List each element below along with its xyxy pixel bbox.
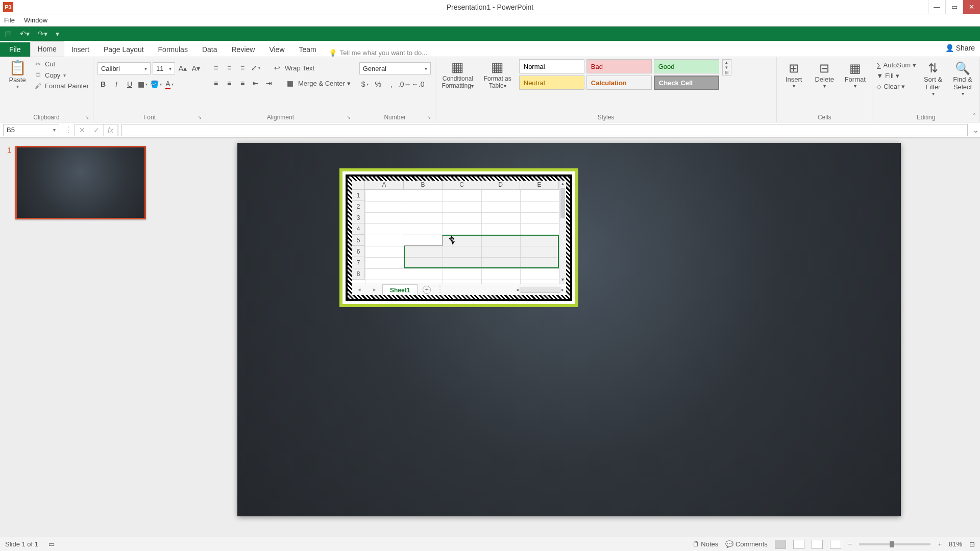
- sheet-nav-next-icon[interactable]: ▸: [367, 286, 382, 293]
- minimize-button[interactable]: —: [928, 0, 945, 14]
- new-sheet-icon[interactable]: +: [423, 286, 431, 294]
- tab-page-layout[interactable]: Page Layout: [96, 42, 151, 57]
- number-format-combo[interactable]: General▾: [359, 62, 431, 74]
- underline-button[interactable]: U: [124, 79, 135, 90]
- row-header-3[interactable]: 3: [352, 212, 365, 223]
- expand-formula-bar-icon[interactable]: ⌄: [971, 125, 980, 135]
- style-check-cell[interactable]: Check Cell: [654, 76, 719, 90]
- sheet-tab-active[interactable]: Sheet1: [382, 284, 418, 295]
- style-normal[interactable]: Normal: [519, 59, 584, 73]
- cells-grid[interactable]: [365, 190, 559, 284]
- italic-button[interactable]: I: [111, 79, 122, 90]
- cancel-formula-icon[interactable]: ✕: [75, 124, 89, 136]
- save-icon[interactable]: ▤: [5, 30, 12, 38]
- tab-data[interactable]: Data: [195, 42, 225, 57]
- notes-button[interactable]: 🗒 Notes: [693, 540, 719, 548]
- slide-canvas[interactable]: A B C D E 1 2 3 4 5: [237, 143, 901, 516]
- conditional-formatting-button[interactable]: ▦Conditional Formatting▾: [439, 59, 476, 89]
- menu-window[interactable]: Window: [24, 16, 47, 24]
- cut-button[interactable]: ✂Cut: [34, 60, 89, 68]
- embedded-excel-object[interactable]: A B C D E 1 2 3 4 5: [339, 168, 578, 307]
- col-header-e[interactable]: E: [520, 181, 559, 190]
- increase-font-icon[interactable]: A▴: [177, 63, 188, 74]
- find-select-button[interactable]: 🔍Find & Select▾: [950, 61, 975, 113]
- orientation-icon[interactable]: ⤢: [250, 62, 261, 73]
- row-header-7[interactable]: 7: [352, 257, 365, 268]
- increase-indent-icon[interactable]: ⇥: [263, 78, 275, 89]
- scroll-down-icon[interactable]: ▾: [559, 277, 566, 284]
- row-header-8[interactable]: 8: [352, 268, 365, 280]
- collapse-ribbon-icon[interactable]: ˄: [973, 113, 976, 120]
- decrease-indent-icon[interactable]: ⇤: [250, 78, 261, 89]
- insert-cells-button[interactable]: ⊞Insert▾: [781, 61, 806, 113]
- fill-color-button[interactable]: 🪣: [151, 79, 162, 90]
- style-calculation[interactable]: Calculation: [586, 76, 652, 90]
- paste-button[interactable]: 📋 Paste ▾: [4, 59, 31, 89]
- zoom-out-icon[interactable]: −: [848, 540, 852, 548]
- sheet-nav-prev-icon[interactable]: ◂: [352, 286, 367, 293]
- clear-button[interactable]: ◇Clear ▾: [876, 83, 916, 90]
- increase-decimal-icon[interactable]: .0→: [399, 79, 410, 90]
- delete-cells-button[interactable]: ⊟Delete▾: [812, 61, 837, 113]
- accounting-format-icon[interactable]: $: [359, 79, 371, 90]
- vertical-scrollbar[interactable]: ▴ ▾: [559, 181, 566, 284]
- number-launcher-icon[interactable]: ↘: [427, 114, 431, 120]
- close-button[interactable]: ✕: [963, 0, 980, 14]
- style-neutral[interactable]: Neutral: [519, 76, 584, 90]
- select-all-corner[interactable]: [352, 181, 365, 190]
- menu-file[interactable]: File: [4, 16, 15, 24]
- slideshow-view-icon[interactable]: [830, 540, 841, 549]
- tab-formulas[interactable]: Formulas: [151, 42, 195, 57]
- tab-file[interactable]: File: [0, 42, 30, 57]
- font-size-combo[interactable]: 11▾: [153, 62, 175, 74]
- fit-to-window-icon[interactable]: ⊡: [969, 540, 975, 548]
- comments-button[interactable]: 💬 Comments: [725, 540, 767, 548]
- undo-icon[interactable]: ↶▾: [20, 30, 30, 38]
- hscroll-right-icon[interactable]: ▸: [561, 287, 564, 292]
- decrease-decimal-icon[interactable]: ←.0: [412, 79, 424, 90]
- name-box[interactable]: B5▾: [3, 124, 59, 136]
- autosum-button[interactable]: ∑AutoSum ▾: [876, 61, 916, 69]
- zoom-slider[interactable]: [859, 543, 930, 545]
- font-name-combo[interactable]: Calibri▾: [97, 62, 151, 74]
- format-as-table-button[interactable]: ▦Format as Table▾: [479, 59, 516, 89]
- wrap-text-button[interactable]: Wrap Text: [285, 64, 314, 72]
- redo-icon[interactable]: ↷▾: [38, 30, 47, 38]
- normal-view-icon[interactable]: [775, 540, 786, 549]
- slide-sorter-view-icon[interactable]: [793, 540, 804, 549]
- col-header-b[interactable]: B: [404, 181, 443, 190]
- enter-formula-icon[interactable]: ✓: [89, 124, 104, 136]
- tab-insert[interactable]: Insert: [64, 42, 96, 57]
- row-header-1[interactable]: 1: [352, 190, 365, 201]
- align-top-icon[interactable]: ≡: [210, 62, 222, 73]
- style-good[interactable]: Good: [654, 59, 719, 73]
- fill-button[interactable]: ▼Fill ▾: [876, 72, 916, 80]
- insert-function-icon[interactable]: fx: [104, 124, 118, 136]
- tab-home[interactable]: Home: [30, 41, 64, 57]
- clipboard-launcher-icon[interactable]: ↘: [85, 114, 89, 120]
- row-header-2[interactable]: 2: [352, 201, 365, 212]
- align-middle-icon[interactable]: ≡: [224, 62, 235, 73]
- comma-format-icon[interactable]: ,: [386, 79, 397, 90]
- row-header-4[interactable]: 4: [352, 223, 365, 235]
- col-header-a[interactable]: A: [365, 181, 404, 190]
- tab-view[interactable]: View: [262, 42, 291, 57]
- embedded-worksheet[interactable]: A B C D E 1 2 3 4 5: [352, 181, 566, 295]
- decrease-font-icon[interactable]: A▾: [190, 63, 202, 74]
- zoom-level[interactable]: 81%: [949, 540, 962, 548]
- font-color-button[interactable]: A: [164, 79, 175, 90]
- reading-view-icon[interactable]: [812, 540, 823, 549]
- format-cells-button[interactable]: ▦Format▾: [842, 61, 868, 113]
- scroll-up-icon[interactable]: ▴: [559, 181, 566, 188]
- copy-button[interactable]: ⧉Copy▾: [34, 71, 89, 79]
- tab-review[interactable]: Review: [225, 42, 262, 57]
- share-button[interactable]: 👤 Share: [945, 44, 975, 52]
- format-painter-button[interactable]: 🖌Format Painter: [34, 82, 89, 90]
- borders-button[interactable]: ▦: [137, 79, 149, 90]
- align-center-icon[interactable]: ≡: [224, 78, 235, 89]
- style-bad[interactable]: Bad: [586, 59, 652, 73]
- percent-format-icon[interactable]: %: [373, 79, 384, 90]
- slide-thumbnail-1[interactable]: [15, 146, 146, 219]
- spellcheck-icon[interactable]: ▭: [48, 540, 55, 548]
- col-header-c[interactable]: C: [443, 181, 481, 190]
